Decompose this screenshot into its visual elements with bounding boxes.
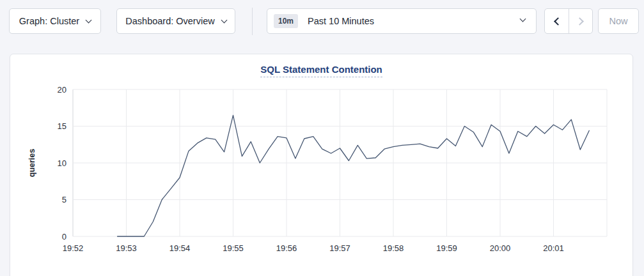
x-tick-label: 19:56 — [276, 243, 297, 253]
time-back-button[interactable] — [545, 9, 569, 33]
x-tick-label: 19:55 — [223, 243, 244, 253]
y-tick-label: 0 — [62, 232, 67, 241]
x-tick-label: 19:52 — [63, 243, 84, 253]
series-line-queries — [118, 115, 590, 236]
x-tick-label: 20:00 — [490, 243, 511, 253]
time-range-picker[interactable]: 10m Past 10 Minutes — [267, 8, 537, 34]
chevron-left-icon — [554, 17, 562, 26]
page: { "toolbar": { "graph_dropdown_label": "… — [0, 0, 644, 276]
sql-contention-line-chart[interactable]: 0510152019:5219:5319:5419:5519:5619:5719… — [10, 82, 634, 274]
toolbar: Graph: Cluster Dashboard: Overview 10m P… — [0, 0, 644, 45]
chevron-down-icon — [221, 17, 227, 23]
now-button-label: Now — [609, 16, 627, 26]
chart-title[interactable]: SQL Statement Contention — [260, 64, 382, 77]
y-tick-label: 20 — [58, 85, 67, 95]
dashboard-dropdown[interactable]: Dashboard: Overview — [116, 8, 235, 34]
panel-title-row: SQL Statement Contention — [10, 64, 632, 79]
x-tick-label: 19:57 — [329, 243, 350, 253]
dashboard-dropdown-label: Dashboard: Overview — [125, 16, 214, 26]
y-tick-label: 5 — [62, 195, 67, 204]
x-tick-label: 20:01 — [543, 243, 564, 253]
chart-area: 0510152019:5219:5319:5419:5519:5619:5719… — [10, 82, 634, 274]
time-range-badge: 10m — [274, 14, 298, 28]
chevron-right-icon — [576, 17, 584, 26]
x-tick-label: 19:59 — [436, 243, 457, 253]
time-forward-button[interactable] — [569, 9, 592, 33]
time-range-label: Past 10 Minutes — [308, 16, 374, 26]
chevron-down-icon — [520, 16, 526, 22]
y-tick-label: 15 — [58, 121, 67, 131]
time-nav-group — [544, 8, 593, 34]
chevron-down-icon — [86, 17, 92, 23]
x-tick-label: 19:58 — [383, 243, 404, 253]
x-tick-label: 19:54 — [169, 243, 191, 253]
graph-dropdown[interactable]: Graph: Cluster — [9, 8, 101, 34]
chart-panel: SQL Statement Contention 0510152019:5219… — [10, 54, 633, 276]
y-axis-label: queries — [27, 149, 36, 178]
y-tick-label: 10 — [58, 158, 67, 168]
toolbar-divider — [252, 8, 253, 35]
x-tick-label: 19:53 — [116, 243, 137, 253]
graph-dropdown-label: Graph: Cluster — [19, 16, 79, 26]
now-button[interactable]: Now — [598, 8, 639, 34]
